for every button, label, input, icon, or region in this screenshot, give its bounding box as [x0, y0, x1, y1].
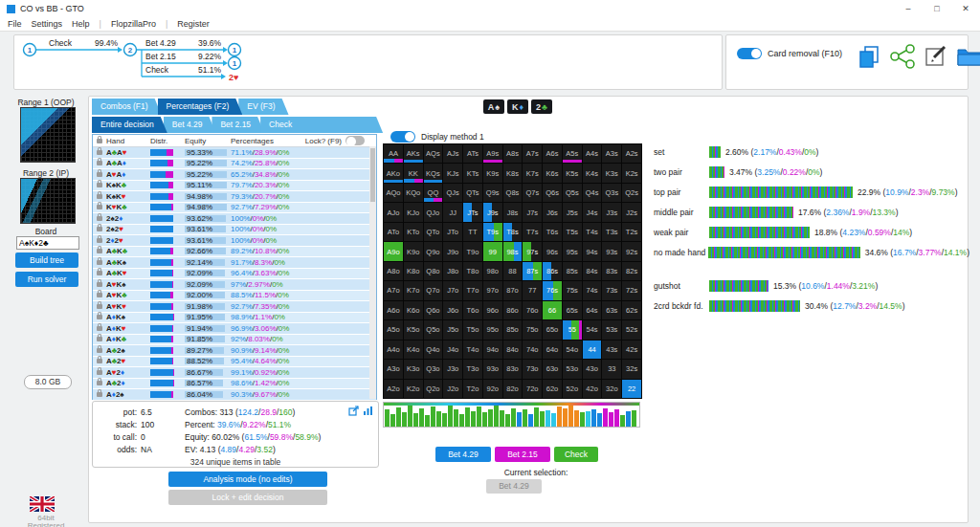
matrix-cell-84o[interactable]: 84o [503, 340, 523, 359]
matrix-cell-q5s[interactable]: Q5s [563, 184, 582, 202]
table-row[interactable]: A♣2♥88.52%95.4%/4.64%/0% [93, 357, 376, 368]
matrix-cell-95o[interactable]: 95o [483, 320, 502, 339]
matrix-cell-tt[interactable]: TT [463, 223, 482, 241]
matrix-cell-ako[interactable]: AKo [384, 164, 403, 182]
matrix-cell-k5o[interactable]: K5o [404, 320, 423, 339]
table-row[interactable]: A♦2♠86.04%90.3%/9.67%/0% [93, 389, 376, 400]
menu-item-register[interactable]: Register [177, 19, 210, 29]
tree-nodes-icon[interactable] [889, 44, 916, 69]
matrix-cell-53o[interactable]: 53o [563, 360, 582, 378]
table-row[interactable]: A♦K♣91.85%92%/8.03%/0% [93, 335, 376, 346]
matrix-cell-t7s[interactable]: T7s [523, 223, 542, 241]
matrix-cell-t5s[interactable]: T5s [563, 223, 582, 241]
matrix-cell-94s[interactable]: 94s [583, 242, 602, 260]
matrix-cell-98o[interactable]: 98o [483, 262, 502, 280]
matrix-cell-a3s[interactable]: A3s [602, 144, 621, 163]
matrix-cell-74s[interactable]: 74s [583, 281, 602, 299]
matrix-cell-97o[interactable]: 97o [483, 281, 502, 299]
matrix-cell-j5s[interactable]: J5s [563, 203, 582, 221]
matrix-cell-85o[interactable]: 85o [503, 320, 523, 339]
matrix-cell-92s[interactable]: 92s [622, 242, 641, 260]
matrix-cell-q3o[interactable]: Q3o [424, 360, 443, 378]
matrix-cell-ats[interactable]: ATs [463, 144, 482, 163]
decision-tree[interactable]: 1 2 1 1 Check 99.4% Bet 4.29 39.6% Bet 2… [20, 37, 719, 87]
matrix-cell-jj[interactable]: JJ [443, 203, 462, 221]
range2-thumbnail[interactable] [20, 178, 76, 224]
maximize-button[interactable]: □ [923, 0, 951, 17]
matrix-cell-62s[interactable]: 62s [622, 301, 641, 319]
matrix-cell-k3o[interactable]: K3o [404, 360, 423, 378]
matrix-cell-65o[interactable]: 65o [543, 320, 562, 339]
matrix-cell-j3s[interactable]: J3s [602, 203, 621, 221]
matrix-cell-j6o[interactable]: J6o [443, 301, 462, 319]
matrix-cell-kk[interactable]: KK [404, 164, 423, 182]
matrix-cell-ajs[interactable]: AJs [443, 144, 462, 163]
matrix-cell-63s[interactable]: 63s [602, 301, 621, 319]
matrix-cell-a8o[interactable]: A8o [384, 262, 403, 280]
matrix-cell-q8s[interactable]: Q8s [503, 184, 523, 202]
tab-combos-f1[interactable]: Combos (F1) [92, 99, 162, 115]
matrix-cell-a2o[interactable]: A2o [384, 380, 403, 398]
matrix-cell-77[interactable]: 77 [523, 281, 542, 299]
matrix-cell-32o[interactable]: 32o [602, 380, 621, 398]
matrix-cell-t3s[interactable]: T3s [602, 223, 621, 241]
matrix-cell-85s[interactable]: 85s [563, 262, 582, 280]
matrix-cell-a5o[interactable]: A5o [384, 320, 403, 339]
matrix-cell-k4o[interactable]: K4o [404, 340, 423, 359]
matrix-cell-qts[interactable]: QTs [463, 184, 482, 202]
table-row[interactable]: K♥K♣94.98%92.7%/7.29%/0% [93, 203, 376, 214]
analysis-mode-button[interactable]: Analysis mode (no edits) [168, 472, 327, 487]
matrix-cell-a3o[interactable]: A3o [384, 360, 403, 378]
matrix-cell-54s[interactable]: 54s [583, 320, 602, 339]
table-row[interactable]: 2♦2♥93.61%100%/0%/0% [93, 235, 376, 247]
current-selection-button[interactable]: Bet 4.29 [486, 479, 542, 494]
matrix-cell-j9s[interactable]: J9s [483, 203, 502, 221]
matrix-cell-94o[interactable]: 94o [483, 340, 502, 359]
matrix-cell-aa[interactable]: AA [384, 144, 403, 163]
matrix-cell-j3o[interactable]: J3o [443, 360, 462, 378]
table-scrollbar[interactable] [369, 146, 376, 399]
matrix-cell-t9s[interactable]: T9s [483, 223, 502, 241]
matrix-cell-64s[interactable]: 64s [583, 301, 602, 319]
matrix-cell-k8o[interactable]: K8o [404, 262, 423, 280]
matrix-cell-q9o[interactable]: Q9o [424, 242, 443, 260]
matrix-cell-aqs[interactable]: AQs [424, 144, 443, 163]
matrix-cell-j8s[interactable]: J8s [503, 203, 523, 221]
range1-thumbnail[interactable] [20, 107, 76, 163]
matrix-cell-82s[interactable]: 82s [622, 262, 641, 280]
matrix-cell-kqo[interactable]: KQo [404, 184, 423, 202]
matrix-cell-86o[interactable]: 86o [503, 301, 523, 319]
matrix-cell-99[interactable]: 99 [483, 242, 502, 260]
table-row[interactable]: A♥K♣92.00%88.5%/11.5%/0% [93, 291, 376, 302]
matrix-cell-k4s[interactable]: K4s [583, 164, 602, 182]
table-row[interactable]: K♠K♣95.11%79.7%/20.3%/0% [93, 181, 376, 192]
matrix-cell-j4o[interactable]: J4o [443, 340, 462, 359]
matrix-cell-82o[interactable]: 82o [503, 380, 523, 398]
table-row[interactable]: A♣K♥92.09%96.4%/3.63%/0% [93, 269, 376, 280]
matrix-cell-a7o[interactable]: A7o [384, 281, 403, 299]
matrix-cell-t8s[interactable]: T8s [503, 223, 523, 241]
table-row[interactable]: A♣A♦95.22%74.2%/25.8%/0% [93, 159, 376, 170]
matrix-cell-k3s[interactable]: K3s [602, 164, 621, 182]
table-row[interactable]: A♦K♥91.94%96.9%/3.06%/0% [93, 323, 376, 335]
table-row[interactable]: A♦K♠91.95%98.9%/1.1%/0% [93, 313, 376, 324]
table-row[interactable]: A♣2♠89.27%90.9%/9.14%/0% [93, 345, 376, 357]
board-input[interactable] [16, 236, 79, 250]
matrix-cell-qto[interactable]: QTo [424, 223, 443, 241]
matrix-cell-64o[interactable]: 64o [543, 340, 562, 359]
display-method-toggle[interactable] [390, 131, 415, 143]
table-row[interactable]: 2♠2♥93.61%100%/0%/0% [93, 225, 376, 236]
decision-tab-entire-decision[interactable]: Entire decision [92, 117, 167, 133]
matrix-cell-q9s[interactable]: Q9s [483, 184, 502, 202]
matrix-cell-q2o[interactable]: Q2o [424, 380, 443, 398]
matrix-cell-83s[interactable]: 83s [602, 262, 621, 280]
matrix-cell-jts[interactable]: JTs [463, 203, 482, 221]
matrix-cell-ato[interactable]: ATo [384, 223, 403, 241]
menu-item-help[interactable]: Help [72, 19, 90, 29]
matrix-cell-87s[interactable]: 87s [523, 262, 542, 280]
matrix-cell-t2s[interactable]: T2s [622, 223, 641, 241]
matrix-cell-22[interactable]: 22 [622, 380, 641, 398]
menu-item-flopzillapro[interactable]: FlopzillaPro [111, 19, 156, 29]
matrix-cell-t8o[interactable]: T8o [463, 262, 482, 280]
matrix-cell-52o[interactable]: 52o [563, 380, 582, 398]
